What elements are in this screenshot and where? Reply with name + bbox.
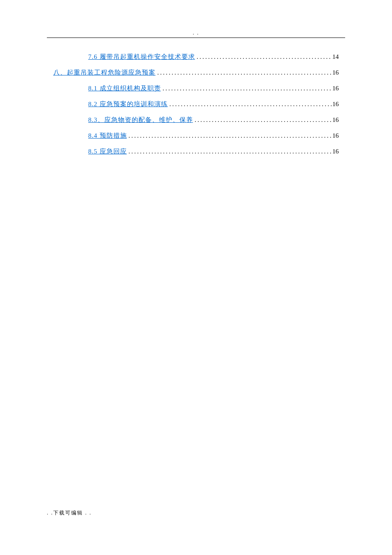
- toc-entry: 8.1 成立组织机构及职责 16: [53, 83, 339, 94]
- toc-page-number: 16: [332, 130, 339, 142]
- toc-page-number: 16: [332, 67, 339, 78]
- toc-page-number: 16: [332, 83, 339, 94]
- toc-link-8-4[interactable]: 8.4 预防措施: [88, 130, 127, 142]
- toc-entry: 8.5 应急回应 16: [53, 146, 339, 157]
- toc-link-8-2[interactable]: 8.2 应急预案的培训和演练: [88, 98, 168, 110]
- toc-entry: 8.4 预防措施 16: [53, 130, 339, 142]
- toc-page-number: 16: [332, 114, 339, 126]
- footer-mark: . .下载可编辑 . .: [47, 509, 92, 517]
- toc-link-8-5[interactable]: 8.5 应急回应: [88, 146, 127, 157]
- header-mark: . .: [0, 30, 392, 36]
- toc-page-number: 16: [332, 146, 339, 157]
- toc-page-number: 16: [332, 98, 339, 110]
- toc-leader-dots: [168, 98, 333, 110]
- header-rule: [47, 38, 345, 38]
- toc-link-8-1[interactable]: 8.1 成立组织机构及职责: [88, 83, 161, 94]
- toc-link-8-3[interactable]: 8.3、应急物资的配备、维护、保养: [88, 114, 193, 126]
- toc-leader-dots: [193, 114, 332, 126]
- toc-entry: 8.2 应急预案的培训和演练 16: [53, 98, 339, 110]
- toc-entry: 八、起重吊装工程危险源应急预案 16: [53, 67, 339, 78]
- toc-link-8[interactable]: 八、起重吊装工程危险源应急预案: [53, 67, 156, 78]
- toc-leader-dots: [195, 51, 333, 63]
- toc-leader-dots: [156, 67, 332, 78]
- toc-entry: 8.3、应急物资的配备、维护、保养 16: [53, 114, 339, 126]
- toc-leader-dots: [127, 146, 333, 157]
- toc-entry: 7.6 履带吊起重机操作安全技术要求 14: [53, 51, 339, 63]
- toc-content: 7.6 履带吊起重机操作安全技术要求 14 八、起重吊装工程危险源应急预案 16…: [53, 51, 339, 162]
- toc-link-7-6[interactable]: 7.6 履带吊起重机操作安全技术要求: [88, 51, 195, 63]
- toc-leader-dots: [161, 83, 333, 94]
- toc-leader-dots: [127, 130, 333, 142]
- toc-page-number: 14: [332, 51, 339, 63]
